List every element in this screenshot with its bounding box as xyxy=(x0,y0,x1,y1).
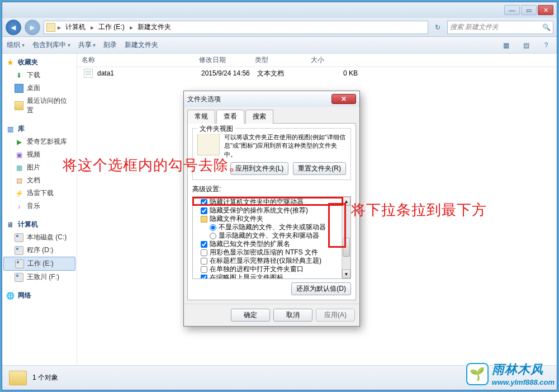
crumb-folder[interactable]: 新建文件夹 xyxy=(135,22,174,32)
checkbox[interactable] xyxy=(201,207,207,214)
adv-item[interactable]: 显示隐藏的文件、文件夹和驱动器 xyxy=(194,232,340,240)
file-type: 文本文档 xyxy=(257,69,313,78)
sidebar-item-drive-d[interactable]: 程序 (D:) xyxy=(2,244,77,257)
sidebar-item-iqiyi[interactable]: ▶爱奇艺影视库 xyxy=(2,135,77,148)
adv-item-label: 在标题栏显示完整路径(仅限经典主题) xyxy=(210,257,321,265)
checkbox[interactable] xyxy=(201,249,207,256)
adv-item[interactable]: 不显示隐藏的文件、文件夹或驱动器 xyxy=(194,223,340,232)
minimize-button[interactable]: — xyxy=(504,5,520,15)
recent-icon xyxy=(15,101,23,110)
sidebar-item-thunder[interactable]: ⚡迅雷下载 xyxy=(2,187,77,200)
adv-item[interactable]: 在标题栏显示完整路径(仅限经典主题) xyxy=(194,257,340,265)
sidebar-item-drive-f[interactable]: 王致川 (F:) xyxy=(2,271,77,284)
adv-item[interactable]: 隐藏受保护的操作系统文件(推荐) xyxy=(194,206,340,215)
col-date[interactable]: 修改日期 xyxy=(195,55,250,65)
checkbox[interactable] xyxy=(201,241,207,248)
adv-item[interactable]: 在缩略图上显示文件图标 xyxy=(194,273,340,278)
share-menu[interactable]: 共享 xyxy=(78,40,96,50)
sidebar-item-documents[interactable]: ▤文档 xyxy=(2,174,77,187)
crumb-drive[interactable]: 工作 (E:) xyxy=(96,22,127,32)
adv-item-label: 不显示隐藏的文件、文件夹或驱动器 xyxy=(219,223,326,232)
music-icon: ♪ xyxy=(15,202,23,211)
tab-search[interactable]: 搜索 xyxy=(245,110,273,124)
sidebar: ★收藏夹 ⬇下载 桌面 最近访问的位置 ▥库 ▶爱奇艺影视库 ▣视频 ▦图片 ▤… xyxy=(2,54,77,365)
drive-icon xyxy=(15,246,23,255)
adv-item[interactable]: 隐藏文件和文件夹 xyxy=(194,215,340,223)
maximize-button[interactable]: ▭ xyxy=(521,5,537,15)
file-row[interactable]: data1 2015/9/24 14:56 文本文档 0 KB xyxy=(77,67,557,79)
back-button[interactable]: ◄ xyxy=(6,20,21,35)
computer-header[interactable]: 🖥计算机 xyxy=(2,218,77,231)
network-header[interactable]: 🌐网络 xyxy=(2,289,77,302)
sidebar-item-drive-c[interactable]: 本地磁盘 (C:) xyxy=(2,231,77,244)
forward-button[interactable]: ► xyxy=(25,20,40,35)
checkbox[interactable] xyxy=(201,199,207,206)
scrollbar[interactable]: ▲ ▼ xyxy=(342,197,350,278)
burn-button[interactable]: 刻录 xyxy=(103,40,117,50)
advanced-label: 高级设置: xyxy=(192,185,351,194)
sidebar-item-downloads[interactable]: ⬇下载 xyxy=(2,69,77,82)
reset-folders-button[interactable]: 重置文件夹(R) xyxy=(293,162,346,175)
favorites-header[interactable]: ★收藏夹 xyxy=(2,56,77,69)
adv-item-label: 隐藏计算机文件夹中的空驱动器 xyxy=(210,198,304,206)
organize-menu[interactable]: 组织 xyxy=(7,40,25,50)
tab-view[interactable]: 查看 xyxy=(216,110,244,124)
fv-icon xyxy=(197,133,220,155)
adv-item-label: 在单独的进程中打开文件夹窗口 xyxy=(210,265,304,273)
view-button[interactable]: ▦ xyxy=(500,40,512,51)
search-placeholder: 搜索 新建文件夹 xyxy=(450,22,499,32)
adv-item[interactable]: 在单独的进程中打开文件夹窗口 xyxy=(194,265,340,273)
help-button[interactable]: ? xyxy=(540,40,552,51)
file-date: 2015/9/24 14:56 xyxy=(201,69,257,77)
restore-defaults-button[interactable]: 还原为默认值(D) xyxy=(291,282,351,295)
col-name[interactable]: 名称 xyxy=(77,55,195,65)
newfolder-button[interactable]: 新建文件夹 xyxy=(125,40,158,50)
file-name: data1 xyxy=(97,69,201,77)
folder-icon xyxy=(46,23,55,32)
preview-button[interactable]: ▤ xyxy=(520,40,532,51)
adv-item[interactable]: 隐藏已知文件类型的扩展名 xyxy=(194,240,340,248)
col-type[interactable]: 类型 xyxy=(250,55,306,65)
column-headers[interactable]: 名称 修改日期 类型 大小 xyxy=(77,54,557,67)
cancel-button[interactable]: 取消 xyxy=(273,309,312,322)
checkbox[interactable] xyxy=(201,266,207,273)
library-icon: ▥ xyxy=(6,125,15,134)
textfile-icon xyxy=(84,69,93,78)
search-icon: 🔍 xyxy=(542,23,551,31)
adv-item-label: 隐藏已知文件类型的扩展名 xyxy=(210,240,290,248)
radio[interactable] xyxy=(210,233,216,239)
fv-legend: 文件夹视图 xyxy=(197,124,235,134)
adv-item[interactable]: 用彩色显示加密或压缩的 NTFS 文件 xyxy=(194,248,340,257)
ok-button[interactable]: 确定 xyxy=(231,309,270,322)
col-size[interactable]: 大小 xyxy=(306,55,362,65)
sidebar-item-recent[interactable]: 最近访问的位置 xyxy=(2,95,77,117)
checkbox[interactable] xyxy=(201,258,207,265)
scroll-up-button[interactable]: ▲ xyxy=(342,197,350,206)
search-input[interactable]: 搜索 新建文件夹 🔍 xyxy=(447,21,553,34)
libraries-header[interactable]: ▥库 xyxy=(2,122,77,135)
adv-item[interactable]: 隐藏计算机文件夹中的空驱动器 xyxy=(194,198,340,206)
close-button[interactable]: ✕ xyxy=(538,5,553,15)
adv-item-label: 显示隐藏的文件、文件夹和驱动器 xyxy=(219,232,319,240)
sidebar-item-music[interactable]: ♪音乐 xyxy=(2,200,77,212)
refresh-button[interactable]: ↻ xyxy=(432,21,444,34)
scroll-down-button[interactable]: ▼ xyxy=(342,270,350,278)
sidebar-item-desktop[interactable]: 桌面 xyxy=(2,82,77,95)
apply-button[interactable]: 应用(A) xyxy=(316,309,355,322)
tab-general[interactable]: 常规 xyxy=(187,110,215,124)
checkbox[interactable] xyxy=(201,275,207,279)
breadcrumb[interactable]: ▸ 计算机▸ 工作 (E:)▸ 新建文件夹 xyxy=(44,21,428,34)
dialog-close-button[interactable]: ✕ xyxy=(331,94,356,104)
scroll-thumb[interactable] xyxy=(343,238,350,257)
radio[interactable] xyxy=(210,224,216,231)
adv-item-label: 隐藏受保护的操作系统文件(推荐) xyxy=(210,206,308,215)
toolbar: 组织 包含到库中 共享 刻录 新建文件夹 ▦ ▤ ? xyxy=(2,37,557,54)
scroll-track[interactable] xyxy=(342,206,350,270)
crumb-computer[interactable]: 计算机 xyxy=(63,22,88,32)
advanced-settings-list[interactable]: 隐藏计算机文件夹中的空驱动器隐藏受保护的操作系统文件(推荐)隐藏文件和文件夹不显… xyxy=(193,197,342,278)
drive-icon xyxy=(15,233,23,242)
sidebar-item-drive-e[interactable]: 工作 (E:) xyxy=(3,257,75,271)
watermark-icon: 🌱 xyxy=(466,363,489,385)
dialog-titlebar[interactable]: 文件夹选项 ✕ xyxy=(184,91,359,107)
include-menu[interactable]: 包含到库中 xyxy=(32,40,70,50)
